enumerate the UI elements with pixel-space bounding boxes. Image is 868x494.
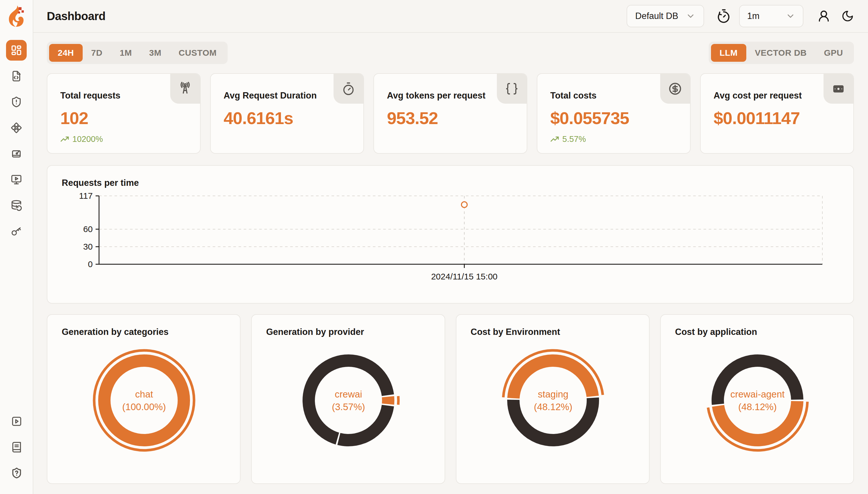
sidebar-item-demo[interactable]: [6, 408, 27, 434]
donut-card-environment: Cost by Environment staging(48.12%): [456, 314, 650, 484]
stat-card-total-costs: Total costs $0.055735 5.57%: [537, 73, 691, 154]
stat-cards-row: Total requests 102 10200% Avg Request Du…: [47, 73, 854, 154]
tab-llm[interactable]: LLM: [711, 44, 746, 62]
sidebar-item-vector-db[interactable]: [6, 192, 27, 218]
dashboard-active-tile: [6, 40, 27, 61]
dollar-circle-icon: [668, 81, 682, 96]
stat-card-avg-duration: Avg Request Duration 40.6161s: [210, 73, 364, 154]
stat-icon-badge: [170, 74, 200, 104]
trending-up-icon: [550, 135, 559, 144]
user-icon: [817, 10, 830, 23]
tab-3m[interactable]: 3M: [141, 44, 170, 62]
stat-card-total-requests: Total requests 102 10200%: [47, 73, 201, 154]
sidebar-item-models[interactable]: [6, 115, 27, 141]
stat-icon-badge: [824, 74, 853, 104]
timer-reset-icon: [716, 8, 731, 23]
categories-donut-chart: chat(100.00%): [47, 315, 240, 483]
chevron-down-icon: [786, 11, 795, 21]
requests-line-chart: 030601172024/11/15 15:00: [47, 166, 853, 303]
key-icon: [11, 226, 22, 237]
stat-card-avg-cost: Avg cost per request $0.0011147: [700, 73, 854, 154]
monitor-play-icon: [11, 174, 22, 185]
tab-1m[interactable]: 1M: [111, 44, 141, 62]
svg-text:(3.57%): (3.57%): [332, 401, 365, 412]
page-title: Dashboard: [47, 10, 105, 23]
sidebar-item-evaluations[interactable]: [6, 141, 27, 167]
sidebar-item-docs[interactable]: [6, 434, 27, 460]
svg-text:chat: chat: [135, 389, 153, 399]
database-selector-value: Default DB: [635, 11, 678, 21]
svg-text:60: 60: [83, 224, 93, 234]
tab-gpu[interactable]: GPU: [815, 44, 852, 62]
filter-row: 24H 7D 1M 3M CUSTOM LLM VECTOR DB GPU: [47, 42, 854, 64]
wallet-icon: [831, 82, 845, 96]
header-controls: Default DB 1m: [627, 5, 854, 27]
antenna-icon: [178, 82, 192, 96]
file-code-icon: [11, 70, 22, 82]
board-edit-icon: [11, 148, 22, 159]
app-logo[interactable]: [8, 5, 25, 27]
tab-custom[interactable]: CUSTOM: [170, 44, 225, 62]
interval-selector-value: 1m: [747, 11, 760, 21]
stat-icon-badge: [497, 74, 527, 104]
stat-trend: 5.57%: [537, 128, 690, 144]
braces-icon: [505, 82, 519, 96]
svg-text:crewai-agent: crewai-agent: [730, 389, 785, 399]
sidebar-bottom-nav: [0, 408, 33, 486]
sidebar: [0, 0, 33, 494]
header: Dashboard Default DB 1m: [33, 0, 868, 33]
donut-card-provider: Generation by provider crewai(3.57%): [251, 314, 445, 484]
svg-text:(100.00%): (100.00%): [122, 401, 166, 412]
svg-text:0: 0: [88, 259, 93, 269]
sidebar-nav: [6, 37, 27, 244]
time-range-tabs: 24H 7D 1M 3M CUSTOM: [47, 42, 228, 64]
interval-selector[interactable]: 1m: [739, 5, 804, 27]
donut-card-categories: Generation by categories chat(100.00%): [47, 314, 240, 484]
user-menu-button[interactable]: [817, 10, 830, 23]
sidebar-item-dashboard[interactable]: [6, 37, 27, 63]
sidebar-item-requests[interactable]: [6, 63, 27, 89]
refresh-interval-button[interactable]: [716, 8, 731, 23]
stat-value: 102: [47, 101, 200, 128]
sidebar-item-sessions[interactable]: [6, 167, 27, 192]
dark-mode-toggle[interactable]: [841, 10, 854, 22]
sidebar-item-help[interactable]: [6, 460, 27, 486]
stat-icon-badge: [334, 74, 363, 104]
svg-text:(48.12%): (48.12%): [534, 401, 572, 412]
main-area: Dashboard Default DB 1m: [33, 0, 868, 494]
svg-text:crewai: crewai: [335, 389, 362, 399]
trending-up-icon: [60, 135, 70, 144]
donut-card-application: Cost by application crewai-agent(48.12%): [660, 314, 854, 484]
stat-value: 40.6161s: [211, 101, 363, 128]
stat-value: $0.0011147: [701, 101, 853, 128]
requests-chart-card: Requests per time 030601172024/11/15 15:…: [47, 165, 854, 304]
stat-value: $0.055735: [537, 101, 690, 128]
square-play-icon: [11, 416, 22, 427]
svg-text:(48.12%): (48.12%): [738, 401, 777, 412]
svg-text:staging: staging: [538, 389, 568, 399]
diamonds-grid-icon: [11, 122, 22, 134]
tab-7d[interactable]: 7D: [83, 44, 111, 62]
database-selector[interactable]: Default DB: [627, 5, 704, 27]
dashboard-page: { "app": {"title": "Dashboard"}, "header…: [0, 0, 868, 494]
content: 24H 7D 1M 3M CUSTOM LLM VECTOR DB GPU To…: [33, 42, 868, 484]
svg-text:30: 30: [83, 242, 93, 251]
stopwatch-icon: [341, 82, 355, 96]
stat-icon-badge: [660, 74, 690, 104]
tab-24h[interactable]: 24H: [49, 44, 83, 62]
stat-trend: 10200%: [47, 128, 200, 144]
flame-logo-icon: [8, 5, 25, 27]
stat-card-avg-tokens: Avg tokens per request 953.52: [373, 73, 527, 154]
shield-alert-icon: [11, 96, 22, 108]
environment-donut-chart: staging(48.12%): [456, 315, 649, 483]
shield-question-icon: [11, 467, 22, 479]
database-backup-icon: [11, 200, 22, 211]
sidebar-item-guardrails[interactable]: [6, 89, 27, 115]
donut-cards-row: Generation by categories chat(100.00%) G…: [47, 314, 854, 484]
application-donut-chart: crewai-agent(48.12%): [661, 315, 853, 483]
chevron-down-icon: [686, 11, 695, 21]
sidebar-item-api-keys[interactable]: [6, 218, 27, 244]
provider-donut-chart: crewai(3.57%): [252, 315, 444, 483]
tab-vector-db[interactable]: VECTOR DB: [746, 44, 815, 62]
book-icon: [11, 441, 22, 453]
